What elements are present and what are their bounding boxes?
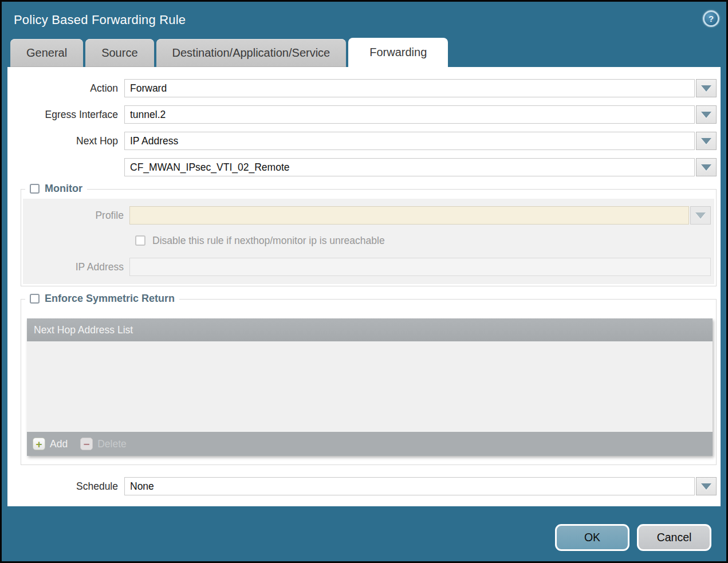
cancel-button[interactable]: Cancel (637, 524, 711, 551)
add-button[interactable]: + Add (33, 438, 68, 450)
chevron-down-icon (701, 483, 711, 490)
next-hop-address-dropdown-button[interactable] (696, 158, 717, 176)
enforce-symmetric-return-legend-label: Enforce Symmetric Return (45, 293, 175, 305)
enforce-symmetric-return-fieldset: Enforce Symmetric Return Next Hop Addres… (21, 299, 717, 465)
help-glyph: ? (709, 14, 714, 23)
schedule-row: Schedule (7, 477, 717, 495)
help-icon[interactable]: ? (703, 10, 719, 27)
tab-bar: General Source Destination/Application/S… (10, 38, 726, 67)
monitor-fieldset: Monitor Profile Disable this rule if nex… (21, 189, 717, 286)
delete-button-label: Delete (97, 438, 127, 450)
chevron-down-icon (701, 164, 711, 171)
egress-interface-row: Egress Interface (7, 105, 717, 124)
chevron-down-icon (701, 85, 711, 92)
monitor-legend-label: Monitor (45, 183, 82, 195)
add-button-label: Add (50, 438, 68, 450)
next-hop-row: Next Hop (7, 132, 717, 150)
monitor-checkbox[interactable] (30, 184, 40, 194)
action-label: Action (7, 82, 124, 95)
dialog-titlebar: Policy Based Forwarding Rule ? (2, 2, 726, 38)
disable-rule-checkbox (135, 235, 145, 246)
next-hop-type-input[interactable] (124, 132, 695, 150)
schedule-label: Schedule (7, 481, 124, 493)
next-hop-address-input[interactable] (124, 158, 695, 176)
monitor-ip-address-label: IP Address (23, 261, 129, 273)
dialog-title: Policy Based Forwarding Rule (14, 13, 186, 27)
next-hop-address-list-header: Next Hop Address List (27, 318, 713, 341)
action-row: Action (7, 79, 717, 97)
chevron-down-icon (695, 212, 706, 219)
egress-interface-input[interactable] (124, 105, 695, 124)
next-hop-address-list-toolbar: + Add − Delete (27, 432, 713, 456)
forwarding-tab-panel: Action Egress Interface Next Hop (7, 67, 721, 506)
tab-source[interactable]: Source (85, 39, 154, 67)
next-hop-type-dropdown-button[interactable] (696, 132, 717, 150)
next-hop-label: Next Hop (7, 135, 124, 147)
delete-button[interactable]: − Delete (80, 438, 127, 450)
egress-interface-dropdown-button[interactable] (696, 105, 717, 124)
chevron-down-icon (701, 138, 711, 144)
profile-dropdown-button (690, 206, 711, 225)
schedule-input[interactable] (124, 477, 695, 495)
tab-general[interactable]: General (10, 39, 83, 67)
next-hop-address-row (7, 158, 717, 176)
pbf-rule-dialog: Policy Based Forwarding Rule ? General S… (0, 0, 728, 563)
minus-icon: − (80, 438, 93, 450)
next-hop-address-list-body (27, 341, 713, 432)
monitor-legend: Monitor (25, 183, 87, 195)
dialog-footer: OK Cancel (2, 508, 726, 561)
next-hop-address-list-table: Next Hop Address List + Add − Delete (27, 318, 713, 456)
disable-rule-label: Disable this rule if nexthop/monitor ip … (152, 235, 385, 247)
profile-label: Profile (23, 210, 129, 222)
plus-icon: + (33, 438, 45, 450)
tab-destination-application-service[interactable]: Destination/Application/Service (156, 39, 347, 67)
profile-input (129, 206, 689, 225)
enforce-symmetric-return-checkbox[interactable] (30, 294, 40, 304)
schedule-dropdown-button[interactable] (696, 477, 717, 495)
egress-interface-label: Egress Interface (7, 109, 124, 121)
monitor-ip-address-row: IP Address (23, 258, 713, 276)
monitor-ip-address-input (129, 258, 711, 276)
action-input[interactable] (124, 79, 695, 97)
ok-button[interactable]: OK (555, 524, 629, 551)
action-dropdown-button[interactable] (696, 79, 717, 97)
chevron-down-icon (701, 112, 711, 118)
enforce-symmetric-return-legend: Enforce Symmetric Return (25, 293, 179, 305)
profile-row: Profile (23, 206, 713, 225)
monitor-panel: Profile Disable this rule if nexthop/mon… (23, 199, 714, 284)
disable-rule-row: Disable this rule if nexthop/monitor ip … (135, 235, 713, 246)
tab-forwarding[interactable]: Forwarding (348, 38, 448, 67)
